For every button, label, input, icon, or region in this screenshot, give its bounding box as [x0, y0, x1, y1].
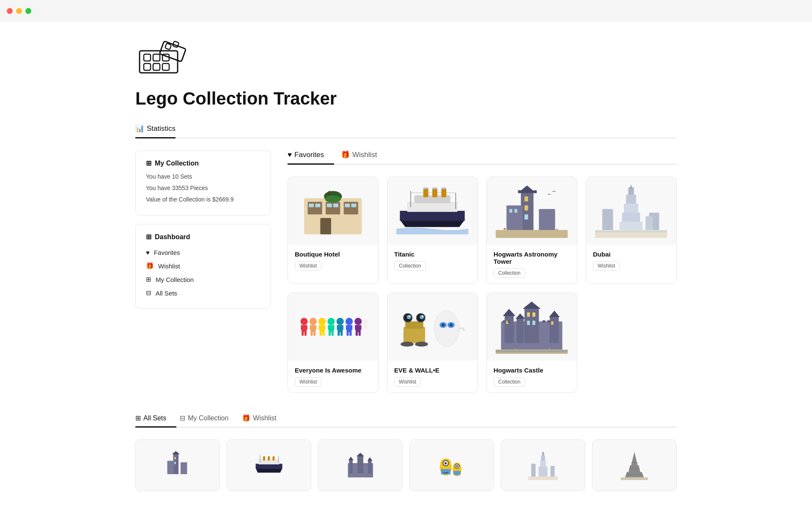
svg-rect-142: [547, 320, 550, 323]
bottom-card-5[interactable]: [501, 439, 585, 491]
bottom-tab-wishlist[interactable]: 🎁 Wishlist: [242, 414, 286, 428]
svg-point-178: [456, 465, 458, 467]
svg-rect-2: [153, 54, 160, 61]
svg-rect-109: [403, 327, 425, 343]
collection-stats-section: ⊞ My Collection You have 10 Sets You hav…: [135, 150, 271, 215]
card-titanic[interactable]: Titanic Collection: [387, 177, 478, 284]
collection-section-title: ⊞ My Collection: [146, 159, 260, 167]
bottom-card-1[interactable]: [135, 439, 220, 491]
bottom-card-6[interactable]: [592, 439, 677, 491]
svg-rect-129: [550, 316, 559, 343]
svg-rect-70: [304, 331, 307, 336]
card-hogwarts-tower[interactable]: Hogwarts Astronomy Tower Collection: [486, 177, 577, 284]
svg-rect-125: [524, 307, 539, 343]
card-badge-hogwarts-castle: Collection: [494, 377, 525, 387]
card-title-hogwarts-tower: Hogwarts Astronomy Tower: [494, 251, 570, 265]
bottom-tab-my-collection[interactable]: ⊟ My Collection: [180, 414, 239, 428]
content-layout: ⊞ My Collection You have 10 Sets You hav…: [135, 150, 677, 410]
bc5-image: [528, 450, 558, 480]
right-content: ♥ Favorites 🎁 Wishlist: [288, 150, 677, 410]
svg-point-89: [337, 318, 344, 325]
svg-rect-153: [256, 464, 283, 469]
svg-marker-126: [523, 301, 541, 309]
top-tabs-row: 📊 Statistics: [135, 124, 677, 138]
grid-icon: ⊞: [146, 159, 151, 167]
svg-rect-156: [268, 456, 270, 461]
svg-rect-151: [174, 457, 176, 459]
svg-rect-14: [321, 218, 332, 234]
bottom-card-2[interactable]: [227, 439, 311, 491]
svg-rect-86: [332, 325, 335, 330]
bottom-card-image-1: [136, 440, 219, 491]
svg-marker-57: [630, 185, 633, 189]
sidebar-item-all-sets[interactable]: ⊟ All Sets: [146, 286, 260, 300]
svg-rect-21: [327, 204, 332, 207]
card-badge-wall-e: Wishlist: [394, 377, 421, 387]
bottom-card-3[interactable]: [318, 439, 403, 491]
svg-rect-64: [595, 231, 667, 232]
svg-rect-22: [333, 204, 338, 207]
tab-statistics[interactable]: 📊 Statistics: [135, 124, 176, 138]
all-sets-bottom-icon: ⊞: [135, 414, 141, 422]
minimize-button[interactable]: [16, 8, 22, 14]
svg-rect-187: [528, 477, 558, 480]
svg-rect-173: [441, 469, 450, 475]
svg-rect-74: [313, 325, 316, 330]
card-dubai[interactable]: Dubai Wishlist: [586, 177, 677, 284]
svg-rect-42: [530, 190, 533, 193]
card-body-awesome: Everyone Is Awesome Wishlist: [288, 361, 378, 392]
card-everyone-awesome[interactable]: Everyone Is Awesome Wishlist: [288, 293, 379, 393]
sidebar-item-wishlist[interactable]: 🎁 Wishlist: [146, 259, 260, 273]
card-boutique-hotel[interactable]: Boutique Hotel Wishlist: [288, 177, 379, 284]
bottom-cards-grid: [135, 439, 677, 491]
bottom-tabs-row: ⊞ All Sets ⊟ My Collection 🎁 Wishlist: [135, 414, 677, 428]
svg-point-107: [363, 319, 368, 324]
heart-icon: ♥: [146, 249, 150, 256]
tab-wishlist[interactable]: 🎁 Wishlist: [341, 150, 387, 165]
svg-rect-19: [309, 204, 314, 207]
lego-logo-icon: [135, 39, 190, 75]
card-title-wall-e: EVE & WALL•E: [394, 367, 471, 374]
svg-rect-24: [351, 204, 357, 207]
stat-pieces: You have 33553 Pieces: [146, 184, 260, 193]
sidebar-item-my-collection[interactable]: ⊞ My Collection: [146, 273, 260, 286]
svg-rect-179: [453, 471, 461, 475]
bottom-tab-all-sets[interactable]: ⊞ All Sets: [135, 414, 176, 428]
svg-rect-99: [347, 331, 349, 336]
svg-rect-43: [534, 190, 537, 193]
maximize-button[interactable]: [25, 8, 31, 14]
card-body-wall-e: EVE & WALL•E Wishlist: [387, 361, 477, 392]
card-title-titanic: Titanic: [394, 251, 471, 258]
card-hogwarts-castle[interactable]: Hogwarts Castle Collection: [486, 293, 577, 393]
close-button[interactable]: [7, 8, 13, 14]
svg-rect-110: [406, 321, 424, 329]
bottom-card-4[interactable]: [409, 439, 494, 491]
sidebar-item-favorites[interactable]: ♥ Favorites: [146, 246, 260, 259]
wishlist-bottom-icon: 🎁: [242, 414, 250, 422]
card-image-wall-e: [387, 293, 477, 361]
svg-marker-128: [503, 309, 516, 316]
boutique-hotel-image: [297, 184, 369, 238]
svg-rect-88: [332, 331, 334, 336]
hogwarts-tower-image: [496, 184, 568, 238]
logo-area: [135, 39, 677, 75]
bc1-image: [163, 450, 192, 480]
svg-rect-75: [311, 331, 313, 336]
card-image-hogwarts-tower: [487, 177, 577, 245]
svg-rect-98: [350, 325, 353, 330]
svg-rect-97: [346, 325, 349, 330]
svg-marker-132: [516, 313, 525, 319]
svg-rect-108: [364, 324, 368, 329]
main-content: Lego Collection Tracker 📊 Statistics ⊞ M…: [110, 22, 702, 508]
bc4-image: [437, 450, 466, 480]
tab-favorites[interactable]: ♥ Favorites: [288, 150, 334, 165]
svg-point-123: [450, 323, 453, 326]
svg-rect-23: [345, 204, 350, 207]
card-body-hogwarts-castle: Hogwarts Castle Collection: [487, 361, 577, 392]
svg-rect-41: [526, 190, 529, 193]
svg-marker-130: [549, 311, 560, 317]
svg-rect-140: [508, 320, 510, 323]
svg-point-71: [310, 318, 317, 325]
card-wall-e[interactable]: EVE & WALL•E Wishlist: [387, 293, 478, 393]
svg-rect-139: [503, 320, 506, 323]
